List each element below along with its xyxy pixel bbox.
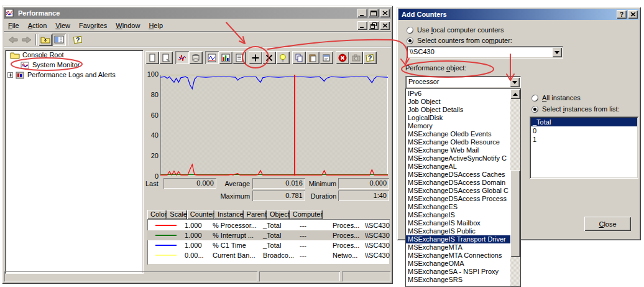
radio-circle: [531, 95, 538, 101]
toolbar-separator: [35, 34, 37, 45]
performance-object-option[interactable]: MSExchangeMTA Connections: [406, 252, 510, 260]
menu-item[interactable]: Help: [144, 20, 167, 31]
performance-object-option[interactable]: MSExchangeOMA: [406, 260, 510, 268]
performance-object-option[interactable]: MSExchangeIS Transport Driver: [406, 235, 510, 243]
update-data-button[interactable]: [349, 51, 363, 64]
instance-option[interactable]: 0: [531, 126, 637, 135]
dialog-title-bar[interactable]: Add Counters ?: [398, 9, 639, 20]
paste-counter-list-button[interactable]: [306, 51, 320, 64]
dialog-close-x-button[interactable]: [628, 10, 638, 19]
tree-item-system-monitor[interactable]: System Monitor: [5, 60, 144, 70]
freeze-display-button[interactable]: [336, 51, 349, 64]
y-axis-tick: 40: [151, 131, 159, 139]
menu-item[interactable]: Favorites: [75, 20, 111, 31]
performance-object-label: Performance object:: [405, 64, 466, 72]
performance-object-option[interactable]: IPv6: [406, 90, 510, 98]
performance-object-option[interactable]: LogicalDisk: [406, 114, 510, 122]
legend-column-header[interactable]: Scale: [167, 210, 187, 219]
help-button[interactable]: ?: [71, 34, 85, 46]
menu-item[interactable]: View: [51, 20, 75, 31]
minimize-button[interactable]: [357, 9, 367, 17]
legend-column-header[interactable]: Color: [147, 210, 167, 219]
radio-use-local-counters[interactable]: Use local computer counters: [407, 26, 504, 34]
performance-object-option[interactable]: MSExchangeActiveSyncNotify C: [406, 154, 510, 162]
new-counter-set-button[interactable]: [145, 51, 159, 64]
radio-select-counters-from-computer[interactable]: Select counters from computer:: [407, 37, 512, 44]
dropdown-scrollbar[interactable]: [510, 89, 520, 286]
legend-row[interactable]: 1.000 % C1 Time _Total --- Proces... \\S…: [147, 240, 390, 250]
minimum-value: 0.000: [338, 178, 389, 189]
dialog-title: Add Counters: [400, 11, 615, 18]
delete-counter-button[interactable]: [262, 51, 276, 64]
view-log-data-button[interactable]: [189, 51, 203, 64]
copy-properties-button[interactable]: [292, 51, 306, 64]
close-button[interactable]: [380, 9, 390, 17]
performance-object-option[interactable]: MSExchangeIS Mailbox: [406, 219, 510, 227]
performance-object-option[interactable]: Memory: [406, 122, 510, 130]
performance-object-option[interactable]: MSExchangeMTA: [406, 243, 510, 252]
computer-combobox[interactable]: \\SC430: [407, 46, 563, 59]
legend-row[interactable]: 1.000 % Processor... _Total --- Proces..…: [147, 220, 390, 230]
maximize-button[interactable]: [369, 9, 379, 17]
clear-display-button[interactable]: [159, 51, 173, 64]
child-restore-button[interactable]: [369, 21, 379, 30]
highlight-button[interactable]: [276, 51, 290, 64]
performance-object-option[interactable]: Job Object Details: [406, 106, 510, 114]
scroll-up-button[interactable]: [510, 89, 520, 99]
y-axis-labels: 100806040200: [144, 70, 159, 180]
performance-object-option[interactable]: MSExchangeDSAccess Global C: [406, 187, 510, 195]
performance-object-option[interactable]: MSExchangeAL: [406, 162, 510, 171]
view-report-button[interactable]: [232, 51, 246, 64]
title-bar[interactable]: Performance: [4, 7, 391, 19]
scrollbar-thumb[interactable]: [510, 170, 520, 257]
legend-column-header[interactable]: Instance: [214, 210, 244, 219]
menu-item[interactable]: Action: [24, 20, 52, 31]
performance-object-option[interactable]: MSExchangeES: [406, 203, 510, 211]
radio-label: Use local computer counters: [417, 26, 504, 34]
instance-option[interactable]: 1: [531, 135, 637, 144]
dialog-help-button[interactable]: ?: [617, 10, 627, 19]
performance-object-dropdown-button[interactable]: [510, 77, 520, 87]
view-histogram-button[interactable]: [219, 51, 232, 64]
tree-item-console-root[interactable]: Console Root: [5, 50, 144, 60]
maximum-label: Maximum: [216, 192, 250, 200]
help-button-monitor[interactable]: ?: [363, 51, 377, 64]
performance-object-option[interactable]: MSExchange Oledb Resource: [406, 138, 510, 146]
view-current-activity-button[interactable]: [175, 51, 189, 64]
legend-column-header[interactable]: Computer: [290, 210, 323, 219]
performance-object-combobox[interactable]: Processor: [405, 76, 521, 88]
expand-icon[interactable]: [7, 72, 13, 78]
performance-object-option[interactable]: MSExchangeIS: [406, 211, 510, 219]
radio-select-instances[interactable]: Select instances from list:: [531, 105, 620, 113]
close-button-dialog[interactable]: Close: [584, 217, 631, 231]
performance-object-option[interactable]: MSExchangeSRS: [406, 276, 510, 284]
properties-button[interactable]: [320, 51, 333, 64]
view-graph-button[interactable]: [205, 51, 219, 64]
performance-object-option[interactable]: Job Object: [406, 98, 510, 106]
instance-option[interactable]: _Total: [531, 118, 637, 126]
child-minimize-button[interactable]: [357, 21, 367, 30]
add-counter-button[interactable]: [249, 51, 262, 64]
legend-column-header[interactable]: Counter: [187, 210, 214, 219]
show-console-tree-button[interactable]: [52, 34, 66, 46]
performance-object-option[interactable]: MSExchange Web Mail: [406, 146, 510, 154]
tree-item-performance-logs[interactable]: Performance Logs and Alerts: [5, 70, 144, 80]
legend-column-header[interactable]: Parent: [244, 210, 267, 219]
child-close-button[interactable]: [380, 21, 390, 30]
forward-button[interactable]: [20, 34, 34, 46]
up-one-level-button[interactable]: [39, 34, 52, 46]
performance-object-option[interactable]: MSExchangeIS Public: [406, 227, 510, 235]
performance-object-option[interactable]: MSExchangeDSAccess Caches: [406, 171, 510, 179]
menu-item[interactable]: File: [4, 20, 24, 31]
computer-dropdown-button[interactable]: [552, 47, 562, 57]
legend-row[interactable]: 0.00... Current Ban... Broadco... --- Ne…: [147, 250, 390, 260]
legend-row[interactable]: 1.000 % Interrupt ... _Total --- Proces.…: [147, 230, 390, 240]
performance-object-option[interactable]: MSExchange Oledb Events: [406, 130, 510, 138]
performance-object-option[interactable]: MSExchangeDSAccess Process: [406, 195, 510, 203]
performance-object-option[interactable]: MSExchangeSA - NSPI Proxy: [406, 268, 510, 276]
menu-item[interactable]: Window: [111, 20, 144, 31]
legend-column-header[interactable]: Object: [267, 210, 290, 219]
back-button[interactable]: [6, 34, 20, 46]
radio-all-instances[interactable]: All instances: [531, 94, 581, 101]
performance-object-option[interactable]: MSExchangeDSAccess Domain: [406, 179, 510, 187]
